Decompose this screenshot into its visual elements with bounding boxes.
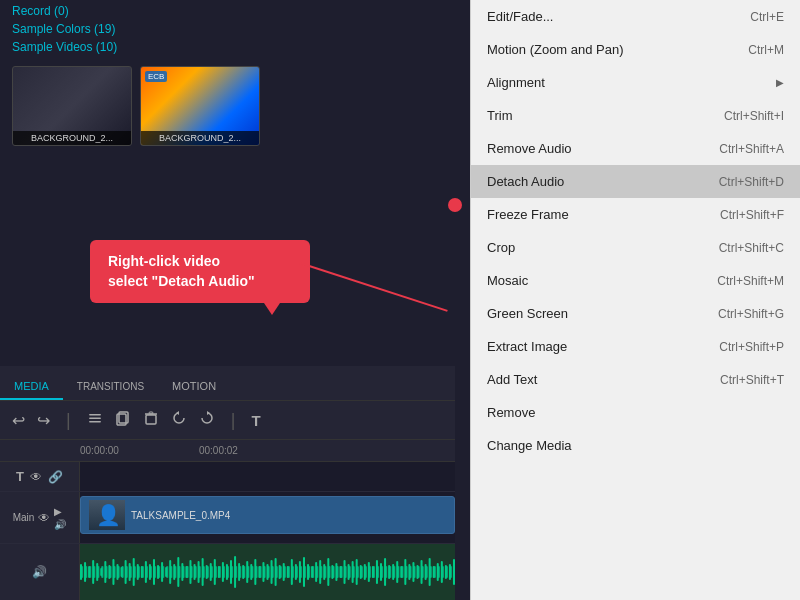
svg-rect-92 bbox=[404, 559, 406, 585]
record-label[interactable]: Record (0) bbox=[12, 4, 443, 18]
svg-rect-25 bbox=[133, 558, 135, 586]
tab-transitions[interactable]: TRANSITIONS bbox=[63, 375, 158, 400]
revert-button[interactable] bbox=[171, 410, 187, 430]
svg-rect-98 bbox=[429, 558, 431, 586]
svg-rect-1 bbox=[89, 418, 101, 420]
svg-rect-31 bbox=[157, 565, 159, 579]
undo-button[interactable]: ↩ bbox=[12, 411, 25, 430]
svg-rect-90 bbox=[396, 561, 398, 583]
menu-item-shortcut: Ctrl+Shift+P bbox=[719, 340, 784, 354]
menu-item-add-text[interactable]: Add TextCtrl+Shift+T bbox=[471, 363, 800, 396]
main-track-content[interactable]: TALKSAMPLE_0.MP4 bbox=[80, 492, 455, 543]
time-marker-2: 00:00:02 bbox=[199, 445, 238, 456]
svg-rect-54 bbox=[250, 564, 252, 580]
menu-item-detach-audio[interactable]: Detach AudioCtrl+Shift+D bbox=[471, 165, 800, 198]
svg-rect-65 bbox=[295, 564, 297, 580]
svg-rect-48 bbox=[226, 564, 228, 580]
track-row-text: T 👁 🔗 bbox=[0, 462, 455, 492]
tab-media[interactable]: MEDIA bbox=[0, 374, 63, 400]
menu-item-trim[interactable]: TrimCtrl+Shift+I bbox=[471, 99, 800, 132]
menu-item-shortcut: Ctrl+Shift+M bbox=[717, 274, 784, 288]
svg-rect-49 bbox=[230, 560, 232, 584]
video-clip[interactable]: TALKSAMPLE_0.MP4 bbox=[80, 496, 455, 534]
svg-rect-87 bbox=[384, 558, 386, 586]
adjust-button[interactable] bbox=[87, 410, 103, 430]
svg-rect-96 bbox=[421, 560, 423, 584]
svg-rect-17 bbox=[100, 568, 102, 576]
redo-button[interactable]: ↪ bbox=[37, 411, 50, 430]
menu-item-change-media[interactable]: Change Media bbox=[471, 429, 800, 462]
play-icon-main[interactable]: ▶ bbox=[54, 506, 66, 517]
eye-icon-text[interactable]: 👁 bbox=[30, 470, 42, 484]
timeline-area: 00:00:00 00:00:02 T 👁 🔗 Main 👁 bbox=[0, 440, 455, 600]
track-row-audio: 🔊 bbox=[0, 544, 455, 600]
timeline-ruler: 00:00:00 00:00:02 bbox=[0, 440, 455, 462]
svg-rect-86 bbox=[380, 563, 382, 581]
svg-rect-29 bbox=[149, 564, 151, 580]
sample-videos-label[interactable]: Sample Videos (10) bbox=[12, 40, 443, 54]
svg-rect-44 bbox=[210, 563, 212, 581]
menu-item-mosaic[interactable]: MosaicCtrl+Shift+M bbox=[471, 264, 800, 297]
menu-item-shortcut: Ctrl+Shift+C bbox=[719, 241, 784, 255]
thumbnail-2[interactable]: ECB BACKGROUND_2... bbox=[140, 66, 260, 146]
menu-item-label: Trim bbox=[487, 108, 724, 123]
divider-1: | bbox=[66, 410, 71, 431]
eye-icon-main[interactable]: 👁 bbox=[38, 511, 50, 525]
delete-button[interactable] bbox=[143, 410, 159, 430]
track-controls-text: T 👁 🔗 bbox=[0, 462, 80, 491]
menu-item-shortcut: Ctrl+Shift+G bbox=[718, 307, 784, 321]
svg-rect-34 bbox=[169, 560, 171, 584]
svg-rect-81 bbox=[360, 565, 362, 579]
audio-track-content bbox=[80, 544, 455, 600]
svg-rect-28 bbox=[145, 561, 147, 583]
svg-rect-75 bbox=[335, 563, 337, 581]
menu-item-alignment[interactable]: Alignment bbox=[471, 66, 800, 99]
sample-colors-label[interactable]: Sample Colors (19) bbox=[12, 22, 443, 36]
svg-rect-93 bbox=[408, 564, 410, 580]
menu-item-freeze-frame[interactable]: Freeze FrameCtrl+Shift+F bbox=[471, 198, 800, 231]
svg-rect-68 bbox=[307, 564, 309, 580]
main-track-label: Main bbox=[13, 512, 35, 523]
timeline-tracks: T 👁 🔗 Main 👁 ▶ 🔊 bbox=[0, 462, 455, 600]
svg-rect-43 bbox=[206, 565, 208, 579]
tab-motion[interactable]: MOTION bbox=[158, 374, 230, 400]
arrow-line bbox=[300, 262, 448, 312]
thumbnails-grid: BACKGROUND_2... ECB BACKGROUND_2... bbox=[0, 62, 455, 154]
svg-rect-79 bbox=[352, 561, 354, 583]
text-button[interactable]: T bbox=[251, 412, 260, 429]
svg-rect-15 bbox=[92, 560, 94, 584]
thumbnail-2-label: BACKGROUND_2... bbox=[141, 131, 259, 145]
svg-rect-35 bbox=[173, 564, 175, 580]
svg-rect-84 bbox=[372, 566, 374, 578]
svg-rect-74 bbox=[331, 565, 333, 579]
svg-rect-61 bbox=[279, 565, 281, 579]
svg-rect-91 bbox=[400, 566, 402, 578]
left-panel: Record (0) Sample Colors (19) Sample Vid… bbox=[0, 0, 455, 600]
svg-rect-19 bbox=[108, 565, 110, 579]
svg-rect-14 bbox=[88, 566, 90, 578]
track-row-main: Main 👁 ▶ 🔊 TALKSAMPLE_0.MP4 bbox=[0, 492, 455, 544]
svg-rect-51 bbox=[238, 563, 240, 581]
arrow-dot bbox=[448, 198, 462, 212]
menu-item-crop[interactable]: CropCtrl+Shift+C bbox=[471, 231, 800, 264]
menu-item-editfade[interactable]: Edit/Fade...Ctrl+E bbox=[471, 0, 800, 33]
audio-icon[interactable]: 🔊 bbox=[32, 565, 47, 579]
copy-button[interactable] bbox=[115, 410, 131, 430]
svg-rect-76 bbox=[339, 566, 341, 578]
menu-item-motion-zoom-and-pan[interactable]: Motion (Zoom and Pan)Ctrl+M bbox=[471, 33, 800, 66]
link-icon-text[interactable]: 🔗 bbox=[48, 470, 63, 484]
svg-rect-47 bbox=[222, 562, 224, 582]
loop-button[interactable] bbox=[199, 410, 215, 430]
menu-item-extract-image[interactable]: Extract ImageCtrl+Shift+P bbox=[471, 330, 800, 363]
menu-item-remove-audio[interactable]: Remove AudioCtrl+Shift+A bbox=[471, 132, 800, 165]
svg-rect-69 bbox=[311, 566, 313, 578]
mute-icon-main[interactable]: 🔊 bbox=[54, 519, 66, 530]
menu-item-green-screen[interactable]: Green ScreenCtrl+Shift+G bbox=[471, 297, 800, 330]
menu-item-shortcut: Ctrl+Shift+T bbox=[720, 373, 784, 387]
svg-rect-71 bbox=[319, 560, 321, 584]
menu-item-remove[interactable]: Remove bbox=[471, 396, 800, 429]
thumbnail-1[interactable]: BACKGROUND_2... bbox=[12, 66, 132, 146]
svg-rect-23 bbox=[125, 560, 127, 584]
svg-rect-77 bbox=[344, 560, 346, 584]
svg-rect-2 bbox=[89, 421, 101, 423]
